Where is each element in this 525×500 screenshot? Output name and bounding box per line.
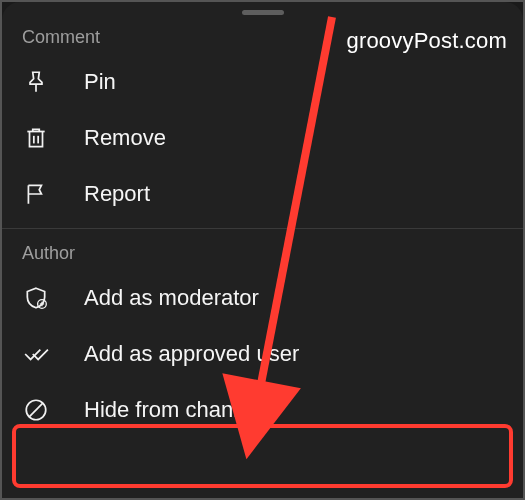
svg-line-7 xyxy=(29,403,43,417)
section-divider xyxy=(2,228,523,229)
menu-item-report[interactable]: Report xyxy=(2,166,523,222)
menu-label-report: Report xyxy=(84,181,150,207)
menu-item-add-moderator[interactable]: Add as moderator xyxy=(2,270,523,326)
menu-item-pin[interactable]: Pin xyxy=(2,54,523,110)
menu-label-add-moderator: Add as moderator xyxy=(84,285,259,311)
flag-icon xyxy=(22,180,50,208)
pin-icon xyxy=(22,68,50,96)
double-check-icon xyxy=(22,340,50,368)
menu-item-hide-from-channel[interactable]: Hide from channel xyxy=(2,382,523,438)
menu-item-remove[interactable]: Remove xyxy=(2,110,523,166)
trash-icon xyxy=(22,124,50,152)
drag-handle[interactable] xyxy=(242,10,284,15)
menu-item-add-approved-user[interactable]: Add as approved user xyxy=(2,326,523,382)
bottom-sheet: groovyPost.com Comment Pin Remove xyxy=(2,2,523,498)
menu-label-pin: Pin xyxy=(84,69,116,95)
menu-label-add-approved-user: Add as approved user xyxy=(84,341,299,367)
shield-add-icon xyxy=(22,284,50,312)
menu-label-remove: Remove xyxy=(84,125,166,151)
menu-label-hide-from-channel: Hide from channel xyxy=(84,397,263,423)
block-icon xyxy=(22,396,50,424)
watermark: groovyPost.com xyxy=(346,28,507,54)
section-title-author: Author xyxy=(2,235,523,270)
